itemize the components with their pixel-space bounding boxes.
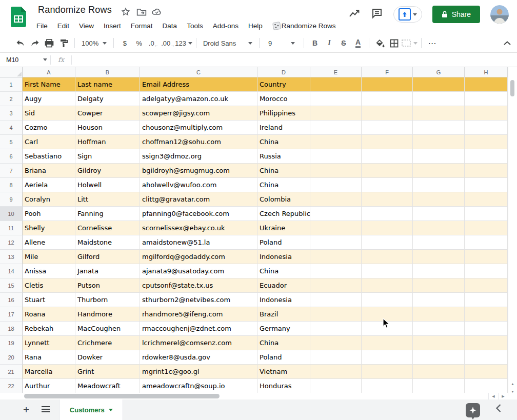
cell-f5[interactable] bbox=[362, 135, 413, 149]
redo-button[interactable] bbox=[28, 36, 42, 50]
cell-d8[interactable]: China bbox=[257, 178, 310, 192]
row-header-22[interactable]: 22 bbox=[0, 379, 23, 393]
menu-view[interactable]: View bbox=[79, 22, 94, 30]
column-header-f[interactable]: F bbox=[362, 67, 413, 77]
star-icon[interactable] bbox=[121, 7, 130, 18]
cell-f11[interactable] bbox=[362, 221, 413, 235]
cell-e16[interactable] bbox=[310, 293, 362, 307]
cell-a13[interactable]: Mile bbox=[23, 250, 75, 264]
name-box[interactable]: M10 bbox=[0, 56, 50, 64]
cell-c2[interactable]: adelgatyy@amazon.co.uk bbox=[140, 92, 257, 106]
column-header-e[interactable]: E bbox=[310, 67, 362, 77]
cell-f15[interactable] bbox=[362, 278, 413, 293]
cell-c6[interactable]: ssign3@dmoz.org bbox=[140, 149, 257, 164]
cell-f21[interactable] bbox=[362, 365, 413, 379]
row-header-15[interactable]: 15 bbox=[0, 278, 23, 293]
cell-d6[interactable]: Russia bbox=[257, 149, 310, 164]
cell-a6[interactable]: Sebastiano bbox=[23, 149, 75, 164]
sheets-logo-icon[interactable] bbox=[11, 7, 26, 29]
cell-d5[interactable]: China bbox=[257, 135, 310, 149]
cell-b16[interactable]: Thurborn bbox=[75, 293, 140, 307]
cell-f14[interactable] bbox=[362, 264, 413, 278]
sheet-tab-customers[interactable]: Customers bbox=[59, 399, 123, 420]
cell-g18[interactable] bbox=[413, 322, 465, 336]
format-percent-button[interactable]: % bbox=[132, 36, 146, 50]
row-header-21[interactable]: 21 bbox=[0, 365, 23, 379]
cell-f1[interactable] bbox=[362, 77, 413, 92]
cell-b12[interactable]: Maidstone bbox=[75, 235, 140, 250]
cell-d19[interactable]: China bbox=[257, 336, 310, 350]
explore-button[interactable] bbox=[466, 403, 480, 417]
cell-b20[interactable]: Dowker bbox=[75, 350, 140, 365]
cell-a8[interactable]: Aeriela bbox=[23, 178, 75, 192]
cell-h12[interactable] bbox=[465, 235, 508, 250]
cell-f9[interactable] bbox=[362, 192, 413, 207]
cell-c13[interactable]: mgilfordq@godaddy.com bbox=[140, 250, 257, 264]
cell-e14[interactable] bbox=[310, 264, 362, 278]
cell-d12[interactable]: Poland bbox=[257, 235, 310, 250]
cell-e21[interactable] bbox=[310, 365, 362, 379]
cell-e17[interactable] bbox=[310, 307, 362, 322]
cell-h11[interactable] bbox=[465, 221, 508, 235]
cell-b5[interactable]: Hoffman bbox=[75, 135, 140, 149]
activity-dashboard-icon[interactable] bbox=[348, 8, 361, 21]
column-header-g[interactable]: G bbox=[413, 67, 465, 77]
increase-decimal-button[interactable]: .00→ bbox=[161, 36, 175, 50]
cell-b14[interactable]: Janata bbox=[75, 264, 140, 278]
cell-f4[interactable] bbox=[362, 121, 413, 135]
menu-randomize-rows[interactable]: Randomize Rows bbox=[272, 22, 336, 30]
cell-a18[interactable]: Rebekah bbox=[23, 322, 75, 336]
cell-c12[interactable]: amaidstonew@51.la bbox=[140, 235, 257, 250]
cell-h6[interactable] bbox=[465, 149, 508, 164]
row-header-20[interactable]: 20 bbox=[0, 350, 23, 365]
cell-a22[interactable]: Aurthur bbox=[23, 379, 75, 393]
cell-d17[interactable]: Brazil bbox=[257, 307, 310, 322]
cell-f10[interactable] bbox=[362, 207, 413, 221]
cell-f3[interactable] bbox=[362, 106, 413, 121]
scroll-left-button[interactable]: ◀ bbox=[488, 393, 498, 399]
cell-a12[interactable]: Allene bbox=[23, 235, 75, 250]
cell-d2[interactable]: Morocco bbox=[257, 92, 310, 106]
column-header-b[interactable]: B bbox=[75, 67, 140, 77]
cell-b11[interactable]: Cornelisse bbox=[75, 221, 140, 235]
text-color-button[interactable]: A bbox=[351, 36, 365, 50]
cell-d21[interactable]: Vietnam bbox=[257, 365, 310, 379]
cell-d7[interactable]: China bbox=[257, 164, 310, 178]
document-title[interactable]: Randomize Rows bbox=[38, 5, 112, 15]
cell-g1[interactable] bbox=[413, 77, 465, 92]
more-toolbar-button[interactable]: ⋯ bbox=[425, 36, 440, 50]
cell-g8[interactable] bbox=[413, 178, 465, 192]
format-currency-button[interactable]: $ bbox=[117, 36, 132, 50]
cell-d14[interactable]: China bbox=[257, 264, 310, 278]
cell-h18[interactable] bbox=[465, 322, 508, 336]
cell-d3[interactable]: Philippines bbox=[257, 106, 310, 121]
row-header-16[interactable]: 16 bbox=[0, 293, 23, 307]
cell-a19[interactable]: Lynnett bbox=[23, 336, 75, 350]
cell-c9[interactable]: clittg@gravatar.com bbox=[140, 192, 257, 207]
comments-icon[interactable] bbox=[371, 7, 383, 22]
move-folder-icon[interactable] bbox=[136, 7, 147, 18]
cell-h14[interactable] bbox=[465, 264, 508, 278]
cell-f2[interactable] bbox=[362, 92, 413, 106]
cell-e22[interactable] bbox=[310, 379, 362, 393]
fill-color-button[interactable] bbox=[373, 36, 387, 50]
select-all-corner[interactable] bbox=[0, 67, 23, 77]
cell-b10[interactable]: Fanning bbox=[75, 207, 140, 221]
cell-f6[interactable] bbox=[362, 149, 413, 164]
cell-b7[interactable]: Gildroy bbox=[75, 164, 140, 178]
cell-b17[interactable]: Handmore bbox=[75, 307, 140, 322]
cell-c20[interactable]: rdowker8@usda.gov bbox=[140, 350, 257, 365]
cell-c16[interactable]: sthurborn2@netvibes.com bbox=[140, 293, 257, 307]
row-header-14[interactable]: 14 bbox=[0, 264, 23, 278]
cell-b19[interactable]: Crichmere bbox=[75, 336, 140, 350]
row-header-7[interactable]: 7 bbox=[0, 164, 23, 178]
row-header-1[interactable]: 1 bbox=[0, 77, 23, 92]
all-sheets-button[interactable] bbox=[42, 405, 50, 414]
cell-d18[interactable]: Germany bbox=[257, 322, 310, 336]
cell-h20[interactable] bbox=[465, 350, 508, 365]
cell-e6[interactable] bbox=[310, 149, 362, 164]
cell-e4[interactable] bbox=[310, 121, 362, 135]
cell-e3[interactable] bbox=[310, 106, 362, 121]
cell-a10[interactable]: Pooh bbox=[23, 207, 75, 221]
cell-c4[interactable]: chousonz@multiply.com bbox=[140, 121, 257, 135]
